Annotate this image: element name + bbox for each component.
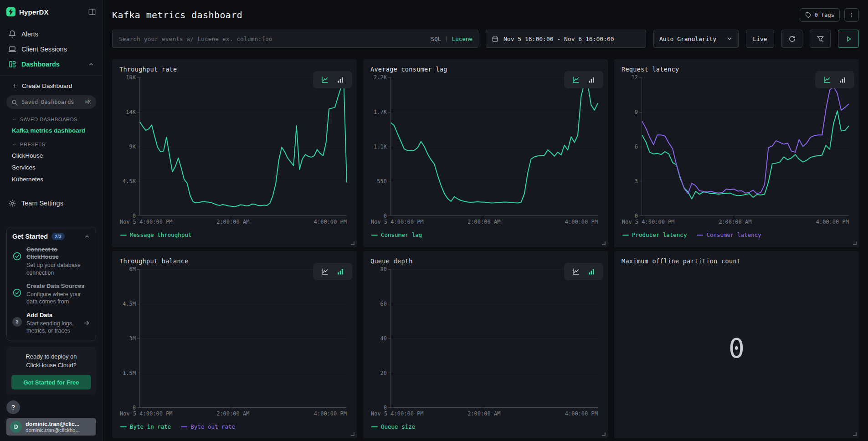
laptop-icon [8,45,16,53]
legend-item[interactable]: Byte in rate [120,423,171,430]
resize-handle[interactable] [602,241,606,245]
y-axis-label: 4.5M [119,301,136,307]
legend-item[interactable]: Byte out rate [181,423,235,430]
y-axis-label: 3M [119,335,136,342]
plot-area: Nov 5 4:00:00 PM2:00:00 AM4:00:00 PM [139,77,347,216]
sql-toggle[interactable]: SQL [431,36,442,42]
bar-view-button[interactable] [837,75,847,85]
chevron-up-icon[interactable] [88,61,94,67]
resize-handle[interactable] [853,432,857,436]
chart-plot-region: 806040200Nov 5 4:00:00 PM2:00:00 AM4:00:… [370,269,601,408]
step-title: Connect to ClickHouse [26,246,90,261]
user-menu[interactable]: D dominic.tran@clic... dominic.tran@clic… [6,418,96,436]
sidebar-item-clickhouse[interactable]: ClickHouse [6,152,96,159]
legend-label: Byte in rate [130,423,171,430]
bar-view-button[interactable] [335,267,345,277]
sidebar-item-team-settings[interactable]: Team Settings [6,196,96,210]
create-dashboard-button[interactable]: Create Dashboard [6,82,96,89]
refresh-icon [788,35,796,43]
filter-button[interactable] [810,30,831,48]
presets-section[interactable]: PRESETS [6,142,96,147]
lucene-toggle[interactable]: Lucene [452,36,473,42]
get-started-free-button[interactable]: Get Started for Free [11,375,91,390]
chart-plot-region: 2.2K1.7K1.1K5500Nov 5 4:00:00 PM2:00:00 … [370,77,601,216]
chart-plot-region: 129630Nov 5 4:00:00 PM2:00:00 AM4:00:00 … [621,77,852,216]
more-options-button[interactable] [844,8,859,22]
chevron-up-icon[interactable] [84,233,90,240]
resize-handle[interactable] [602,432,606,436]
saved-dashboards-section[interactable]: SAVED DASHBOARDS [6,117,96,122]
sidebar-item-kafka-dashboard[interactable]: Kafka metrics dashboard [6,127,96,134]
y-axis-label: 6M [119,266,136,272]
event-search-input[interactable] [118,35,426,43]
y-axis-label: 9 [621,109,638,115]
play-icon [845,35,853,43]
line-view-button[interactable] [320,75,330,85]
sidebar-item-kubernetes[interactable]: Kubernetes [6,176,96,183]
title-actions: 0 Tags [800,8,859,22]
get-started-header[interactable]: Get Started 2/3 [12,233,90,240]
sidebar-item-client-sessions[interactable]: Client Sessions [6,42,96,56]
arrow-right-icon [83,319,90,327]
search-icon [11,99,17,105]
sidebar-item-alerts[interactable]: Alerts [6,27,96,41]
resize-handle[interactable] [853,241,857,245]
time-range-picker[interactable]: Nov 5 16:00:00 - Nov 6 16:00:00 [486,30,646,48]
deploy-text-line2: ClickHouse Cloud? [11,361,91,370]
main-content: Kafka metrics dashboard 0 Tags SQL | Luc… [103,0,868,441]
line-view-button[interactable] [571,267,581,277]
resize-handle[interactable] [351,241,354,245]
granularity-select[interactable]: Auto Granularity [653,30,739,48]
chart-view-toggle [313,263,352,280]
legend-label: Queue size [381,423,415,430]
bar-view-button[interactable] [335,75,345,85]
event-search[interactable]: SQL | Lucene [112,30,478,48]
line-view-button[interactable] [320,267,330,277]
legend-marker [181,426,187,427]
section-label-text: PRESETS [20,142,46,147]
bar-series [141,269,347,407]
sidebar-item-services[interactable]: Services [6,164,96,171]
refresh-button[interactable] [781,30,802,48]
big-number-value: 0 [729,333,745,364]
app-root: HyperDX Alerts Client Sessions Dashboard… [0,0,868,441]
get-started-step-add-data[interactable]: 3 Add Data Start sending logs, metrics, … [12,312,90,340]
x-axis-label: 2:00:00 AM [467,410,500,417]
get-started-step-connect[interactable]: Connect to ClickHouse Set up your databa… [12,246,90,277]
y-axis-label: 3 [621,178,638,185]
help-button[interactable]: ? [6,400,20,414]
step-title: Add Data [26,312,78,319]
bell-icon [8,30,16,38]
line-view-button[interactable] [822,75,832,85]
resize-handle[interactable] [351,432,354,436]
x-axis-label: Nov 5 4:00:00 PM [371,410,424,417]
saved-dashboards-search-input[interactable] [21,98,82,106]
chart-panel: Maximum offline partition count0 [614,251,859,438]
legend-item[interactable]: Producer latency [622,231,687,238]
chart-plot-region: 18K14K9K4.5K0Nov 5 4:00:00 PM2:00:00 AM4… [119,77,349,216]
sidebar-item-dashboards[interactable]: Dashboards [6,57,96,71]
legend-marker [371,235,378,236]
y-axis-label: 0 [370,213,387,219]
chart-view-toggle [564,71,603,88]
tags-button[interactable]: 0 Tags [800,8,840,22]
saved-dashboards-search[interactable]: ⌘K [6,95,96,109]
legend-item[interactable]: Consumer latency [697,231,761,238]
legend-item[interactable]: Consumer lag [371,231,422,238]
bar-view-button[interactable] [586,75,596,85]
legend-item[interactable]: Queue size [371,423,415,430]
dashboards-icon [8,60,16,68]
line-view-button[interactable] [571,75,581,85]
chart-legend: Queue size [370,423,601,430]
run-query-button[interactable] [838,30,859,48]
shortcut-hint: ⌘K [85,99,91,105]
live-button[interactable]: Live [746,30,774,48]
get-started-step-datasources[interactable]: Create Data Sources Configure where your… [12,282,90,306]
collapse-sidebar-icon[interactable] [88,8,96,16]
y-axis-label: 1.1K [370,144,387,150]
x-axis-label: 4:00:00 PM [816,219,849,225]
bar-view-button[interactable] [586,267,596,277]
legend-item[interactable]: Message throughput [120,231,191,238]
x-axis-label: 4:00:00 PM [565,410,598,417]
user-name: dominic.tran@clic... [26,421,80,427]
